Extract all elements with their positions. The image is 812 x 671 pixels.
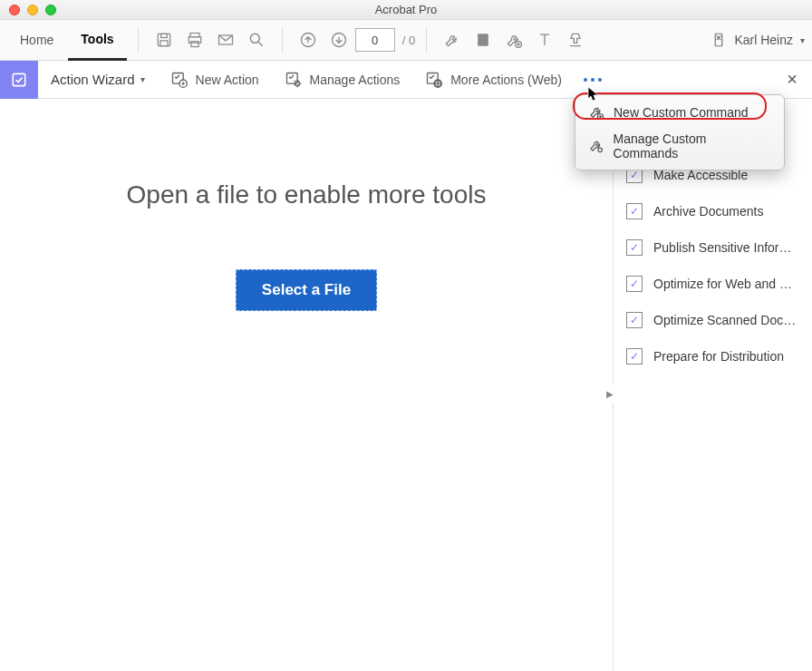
page-number-input[interactable]: [355, 28, 395, 52]
menu-item-label: Manage Custom Commands: [614, 131, 771, 160]
window-title: Acrobat Pro: [0, 3, 812, 16]
checklist-add-icon: [170, 71, 188, 89]
svg-point-7: [250, 34, 259, 43]
sidebar-item-publish-sensitive[interactable]: Publish Sensitive Inform…: [623, 229, 803, 266]
check-icon: [626, 203, 643, 219]
more-actions-web-button[interactable]: More Actions (Web): [412, 61, 575, 99]
empty-state-message: Open a file to enable more tools: [127, 180, 487, 209]
menu-item-new-custom-command[interactable]: New Custom Command: [575, 99, 784, 126]
manage-actions-button[interactable]: Manage Actions: [272, 61, 413, 99]
sidebar-item-label: Optimize for Web and M…: [653, 277, 799, 291]
page-total-label: / 0: [402, 34, 415, 47]
wrench-add-icon[interactable]: [499, 25, 528, 54]
svg-point-22: [598, 148, 602, 151]
tab-home[interactable]: Home: [7, 20, 66, 61]
prev-page-icon[interactable]: [294, 25, 323, 54]
print-icon[interactable]: [180, 25, 209, 54]
user-name-label: Karl Heinz: [734, 33, 793, 47]
checklist-globe-icon: [425, 71, 443, 89]
text-icon[interactable]: [530, 25, 559, 54]
check-icon: [626, 239, 643, 256]
chevron-down-icon: ▾: [800, 35, 805, 45]
svg-rect-1: [160, 34, 167, 37]
sidebar-item-label: Optimize Scanned Docu…: [653, 313, 799, 327]
overflow-popup-menu: New Custom Command Manage Custom Command…: [575, 94, 785, 170]
main-toolbar: Home Tools / 0 Karl Heinz ▾: [0, 20, 812, 61]
check-icon: [626, 276, 643, 292]
mail-icon[interactable]: [211, 25, 240, 54]
main-pane: Open a file to enable more tools Select …: [0, 99, 613, 671]
next-page-icon[interactable]: [324, 25, 353, 54]
tab-tools[interactable]: Tools: [68, 20, 126, 61]
action-wizard-title: Action Wizard: [51, 72, 135, 87]
wrench-icon[interactable]: [438, 25, 467, 54]
stamp-icon[interactable]: [561, 25, 590, 54]
check-icon: [626, 312, 643, 328]
action-wizard-toolbar: Action Wizard ▾ New Action Manage Action…: [0, 61, 812, 99]
title-bar: Acrobat Pro: [0, 0, 812, 20]
search-icon[interactable]: [242, 25, 271, 54]
wrench-gear-icon: [588, 138, 604, 154]
svg-rect-12: [716, 34, 723, 46]
mobile-icon: [710, 32, 727, 48]
sidebar-item-optimize-scanned[interactable]: Optimize Scanned Docu…: [623, 302, 803, 338]
save-icon[interactable]: [150, 25, 179, 54]
sidebar-item-optimize-web[interactable]: Optimize for Web and M…: [623, 266, 803, 302]
user-menu[interactable]: Karl Heinz ▾: [710, 32, 805, 48]
svg-rect-2: [160, 41, 167, 46]
check-icon: [626, 348, 643, 365]
chevron-down-icon: ▾: [140, 74, 145, 84]
new-action-button[interactable]: New Action: [158, 61, 272, 99]
separator: [426, 27, 427, 53]
sidebar-item-label: Prepare for Distribution: [653, 349, 784, 364]
collapse-sidebar-button[interactable]: ▶: [605, 384, 614, 403]
manage-actions-label: Manage Actions: [310, 73, 401, 87]
sidebar-item-prepare-distribution[interactable]: Prepare for Distribution: [623, 338, 803, 374]
book-icon[interactable]: [469, 25, 498, 54]
svg-rect-13: [13, 73, 24, 85]
svg-rect-5: [190, 42, 198, 47]
action-wizard-dropdown[interactable]: Action Wizard ▾: [38, 72, 158, 87]
select-file-button[interactable]: Select a File: [236, 269, 377, 311]
wrench-plus-icon: [588, 104, 604, 121]
close-panel-button[interactable]: ×: [779, 69, 805, 90]
sidebar-item-label: Archive Documents: [653, 204, 763, 219]
checklist-gear-icon: [285, 71, 303, 89]
actions-sidebar: ▶ Make Accessible Archive Documents Publ…: [613, 99, 812, 671]
svg-rect-10: [478, 34, 488, 45]
sidebar-item-archive-documents[interactable]: Archive Documents: [623, 193, 803, 229]
separator: [138, 27, 139, 53]
overflow-menu-button[interactable]: [575, 78, 611, 82]
more-actions-web-label: More Actions (Web): [450, 73, 562, 87]
menu-item-label: New Custom Command: [614, 105, 749, 120]
separator: [282, 27, 283, 53]
action-wizard-badge-icon: [0, 61, 38, 99]
new-action-label: New Action: [196, 73, 259, 87]
body: Open a file to enable more tools Select …: [0, 99, 812, 671]
menu-item-manage-custom-commands[interactable]: Manage Custom Commands: [575, 126, 784, 166]
sidebar-item-label: Publish Sensitive Inform…: [653, 240, 799, 255]
